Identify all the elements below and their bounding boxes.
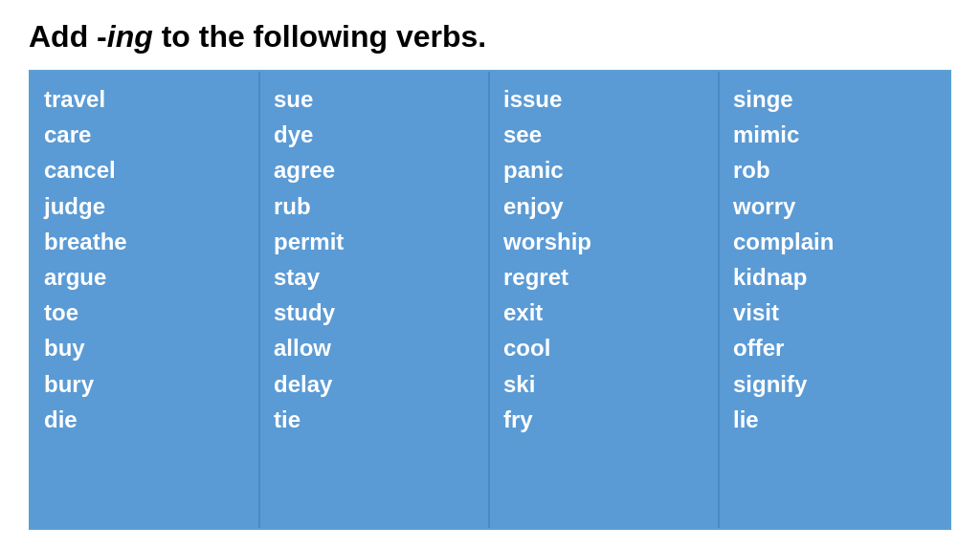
verb-item: care xyxy=(44,117,245,152)
verb-column-4: singemimicrobworrycomplainkidnapvisitoff… xyxy=(720,72,949,528)
verb-item: regret xyxy=(503,259,704,295)
verb-item: complain xyxy=(733,224,936,259)
verb-item: argue xyxy=(44,259,245,295)
verb-item: delay xyxy=(274,366,475,402)
verb-item: fry xyxy=(503,402,704,437)
verb-item: visit xyxy=(733,295,936,330)
verb-item: sue xyxy=(274,81,475,117)
verb-item: cool xyxy=(503,330,704,365)
verb-item: singe xyxy=(733,81,936,117)
verb-item: cancel xyxy=(44,152,245,187)
page-title: Add -ing to the following verbs. xyxy=(29,19,951,55)
verb-item: agree xyxy=(274,152,475,187)
verb-item: dye xyxy=(274,117,475,152)
verb-item: ski xyxy=(503,366,704,402)
verb-column-2: suedyeagreerubpermitstaystudyallowdelayt… xyxy=(260,72,490,528)
verb-item: toe xyxy=(44,295,245,330)
verb-item: issue xyxy=(503,81,704,117)
verb-item: study xyxy=(274,295,475,330)
verb-item: kidnap xyxy=(733,259,936,295)
verb-item: bury xyxy=(44,366,245,402)
verb-item: allow xyxy=(274,330,475,365)
verb-item: rob xyxy=(733,152,936,187)
verb-item: exit xyxy=(503,295,704,330)
verb-item: rub xyxy=(274,188,475,224)
verb-item: stay xyxy=(274,259,475,295)
verb-item: worship xyxy=(503,224,704,259)
verb-item: permit xyxy=(274,224,475,259)
verb-item: signify xyxy=(733,366,936,402)
verb-item: offer xyxy=(733,330,936,365)
verb-column-3: issueseepanicenjoyworshipregretexitcools… xyxy=(490,72,720,528)
verb-item: mimic xyxy=(733,117,936,152)
verb-item: see xyxy=(503,117,704,152)
verb-item: judge xyxy=(44,188,245,224)
verb-column-1: travelcarecanceljudgebreathearguetoebuyb… xyxy=(31,72,260,528)
verb-item: panic xyxy=(503,152,704,187)
verb-item: buy xyxy=(44,330,245,365)
verb-table: travelcarecanceljudgebreathearguetoebuyb… xyxy=(29,70,951,530)
verb-item: worry xyxy=(733,188,936,224)
verb-item: enjoy xyxy=(503,188,704,224)
verb-item: lie xyxy=(733,402,936,437)
verb-item: travel xyxy=(44,81,245,117)
verb-item: die xyxy=(44,402,245,437)
verb-item: breathe xyxy=(44,224,245,259)
verb-item: tie xyxy=(274,402,475,437)
